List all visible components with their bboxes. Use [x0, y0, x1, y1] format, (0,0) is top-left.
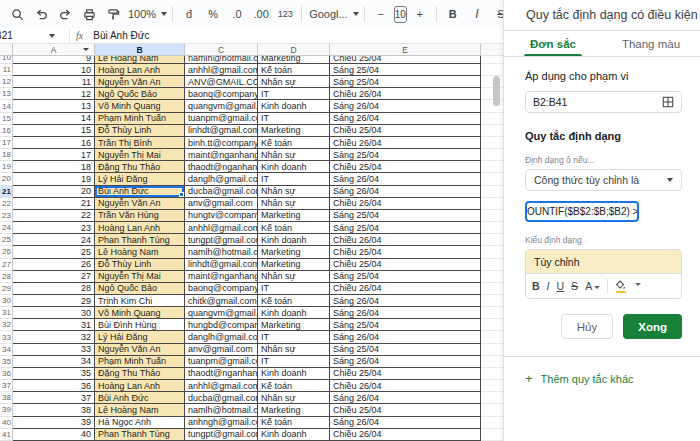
- row-header[interactable]: 33: [0, 331, 13, 343]
- cell-name[interactable]: Trần Thị Bình: [95, 137, 185, 149]
- cell-name[interactable]: Phạm Minh Tuấn: [95, 113, 185, 125]
- cell-email[interactable]: tungpt@gmail.com: [185, 234, 258, 246]
- cell-date[interactable]: Sáng 25/04: [330, 64, 481, 76]
- cell-email[interactable]: namlh@hotmail.com: [185, 246, 258, 258]
- cell-stt[interactable]: 30: [13, 307, 95, 319]
- row-header[interactable]: 23: [0, 210, 13, 222]
- cell-stt[interactable]: 21: [13, 198, 95, 210]
- empty-cell[interactable]: [481, 64, 503, 76]
- cell-department[interactable]: IT: [258, 88, 330, 100]
- cell-email[interactable]: tuanpm@gmail.com: [185, 356, 258, 368]
- name-box[interactable]: B21: [0, 30, 46, 41]
- cell-name[interactable]: Ngô Quốc Bảo: [95, 88, 185, 100]
- empty-cell[interactable]: [481, 246, 503, 258]
- cell-date[interactable]: Sáng 26/04: [330, 392, 481, 404]
- bold-button[interactable]: B: [442, 3, 464, 25]
- cell-name[interactable]: Hoàng Lan Anh: [95, 64, 185, 76]
- cell-name[interactable]: Hà Ngọc Anh: [95, 417, 185, 429]
- cell-email[interactable]: danglh@gmail.com: [185, 331, 258, 343]
- cell-stt[interactable]: 19: [13, 173, 95, 185]
- empty-cell[interactable]: [481, 283, 503, 295]
- cell-name[interactable]: Nguyễn Văn An: [95, 198, 185, 210]
- cell-stt[interactable]: 12: [13, 88, 95, 100]
- empty-cell[interactable]: [481, 222, 503, 234]
- cell-name[interactable]: Đặng Thu Thảo: [95, 161, 185, 173]
- cell-stt[interactable]: 28: [13, 283, 95, 295]
- row-header[interactable]: 32: [0, 319, 13, 331]
- cell-date[interactable]: Chiều 25/04: [330, 246, 481, 258]
- row-header[interactable]: 26: [0, 246, 13, 258]
- cell-stt[interactable]: 13: [13, 100, 95, 112]
- cell-name[interactable]: Nguyễn Văn An: [95, 76, 185, 88]
- zoom-select[interactable]: 100%: [126, 3, 167, 25]
- cell-stt[interactable]: 16: [13, 137, 95, 149]
- cell-stt[interactable]: 34: [13, 356, 95, 368]
- cell-email[interactable]: anv@gmail.com: [185, 344, 258, 356]
- cell-department[interactable]: Kế toán: [258, 417, 330, 429]
- cell-department[interactable]: IT: [258, 356, 330, 368]
- cell-email[interactable]: hungbd@company.com: [185, 319, 258, 331]
- column-header-e[interactable]: E: [330, 44, 481, 56]
- paint-format-icon[interactable]: [102, 3, 124, 25]
- cell-date[interactable]: Sáng 26/04: [330, 186, 481, 198]
- formula-bar-value[interactable]: Bùi Anh Đức: [93, 30, 149, 41]
- empty-cell[interactable]: [481, 307, 503, 319]
- empty-cell[interactable]: [481, 125, 503, 137]
- percent-format-button[interactable]: %: [202, 3, 224, 25]
- cell-email[interactable]: ducba@gmail.com: [185, 392, 258, 404]
- cell-name[interactable]: Nguyễn Văn An: [95, 344, 185, 356]
- empty-cell[interactable]: [481, 331, 503, 343]
- cell-email[interactable]: linhdt@gmail.com: [185, 259, 258, 271]
- row-header[interactable]: 11: [0, 64, 13, 76]
- cell-name[interactable]: Bùi Anh Đức: [95, 186, 185, 198]
- cell-email[interactable]: quangvm@gmail.com: [185, 100, 258, 112]
- cell-email[interactable]: anhhl@gmail.com: [185, 64, 258, 76]
- cell-stt[interactable]: 35: [13, 368, 95, 380]
- cell-name[interactable]: Lê Hoàng Nam: [95, 246, 185, 258]
- cell-stt[interactable]: 11: [13, 76, 95, 88]
- row-header[interactable]: 30: [0, 295, 13, 307]
- cell-stt[interactable]: 33: [13, 344, 95, 356]
- cell-department[interactable]: IT: [258, 331, 330, 343]
- cell-email[interactable]: anv@gmail.com: [185, 198, 258, 210]
- cell-email[interactable]: maint@nganhang.vn: [185, 149, 258, 161]
- empty-cell[interactable]: [481, 234, 503, 246]
- empty-cell[interactable]: [481, 161, 503, 173]
- cell-stt[interactable]: 40: [13, 429, 95, 441]
- cell-name[interactable]: Phan Thanh Tùng: [95, 234, 185, 246]
- cell-name[interactable]: Bùi Đình Hùng: [95, 319, 185, 331]
- cell-stt[interactable]: 9: [13, 56, 95, 64]
- select-all-corner[interactable]: [0, 44, 13, 56]
- italic-button[interactable]: I: [547, 280, 550, 292]
- cell-department[interactable]: Marketing: [258, 246, 330, 258]
- cell-email[interactable]: tuanpm@gmail.com: [185, 113, 258, 125]
- font-select[interactable]: Googl...: [307, 3, 359, 25]
- row-header[interactable]: 17: [0, 137, 13, 149]
- cell-name[interactable]: Ngô Quốc Bảo: [95, 283, 185, 295]
- cell-department[interactable]: Kế toán: [258, 137, 330, 149]
- row-header[interactable]: 13: [0, 88, 13, 100]
- cell-department[interactable]: Kinh doanh: [258, 234, 330, 246]
- cell-date[interactable]: Chiều 26/04: [330, 283, 481, 295]
- empty-cell[interactable]: [481, 319, 503, 331]
- cell-name[interactable]: Đặng Thu Thảo: [95, 368, 185, 380]
- cell-department[interactable]: Marketing: [258, 319, 330, 331]
- cell-date[interactable]: Sáng 25/04: [330, 210, 481, 222]
- cell-date[interactable]: Chiều 26/04: [330, 234, 481, 246]
- cell-stt[interactable]: 20: [13, 186, 95, 198]
- tab-color-scale[interactable]: Thang màu: [602, 31, 700, 56]
- cancel-button[interactable]: Hủy: [561, 314, 613, 339]
- increase-font-size-button[interactable]: +: [409, 3, 431, 25]
- empty-cell[interactable]: [481, 186, 503, 198]
- column-header-c[interactable]: C: [185, 44, 258, 56]
- column-header-b[interactable]: B: [95, 44, 185, 56]
- cell-department[interactable]: Nhân sự: [258, 186, 330, 198]
- column-header-a[interactable]: A: [13, 44, 95, 56]
- print-icon[interactable]: [78, 3, 100, 25]
- cell-date[interactable]: Sáng 25/04: [330, 319, 481, 331]
- empty-cell[interactable]: [481, 295, 503, 307]
- text-color-button[interactable]: A: [585, 280, 600, 292]
- empty-cell[interactable]: [481, 210, 503, 222]
- cell-department[interactable]: Kinh doanh: [258, 307, 330, 319]
- cell-email[interactable]: thaodt@nganhang.vn: [185, 368, 258, 380]
